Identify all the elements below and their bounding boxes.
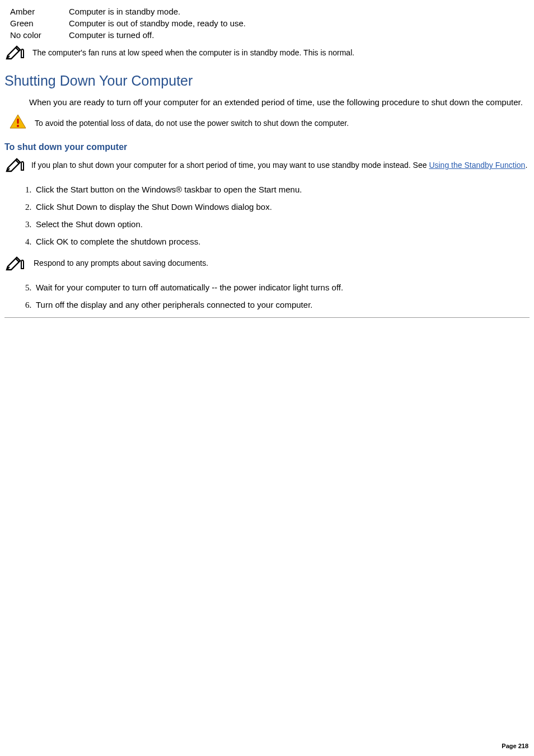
- pen-note-icon: [4, 156, 29, 176]
- step-item: Click OK to complete the shutdown proces…: [34, 237, 530, 246]
- step-item: Turn off the display and any other perip…: [34, 300, 530, 309]
- svg-rect-1: [17, 119, 19, 124]
- note-text: Respond to any prompts about saving docu…: [34, 259, 208, 267]
- step-item: Click the Start button on the Windows® t…: [34, 185, 530, 194]
- note-text: To avoid the potential loss of data, do …: [35, 119, 349, 128]
- heading-shutdown: Shutting Down Your Computer: [4, 73, 530, 89]
- note-text-pre: If you plan to shut down your computer f…: [31, 161, 429, 170]
- link-standby-function[interactable]: Using the Standby Function: [429, 161, 525, 170]
- note-text: The computer's fan runs at low speed whe…: [32, 48, 354, 57]
- warning-icon: [9, 114, 27, 132]
- status-label: Amber: [10, 6, 69, 17]
- status-desc: Computer is turned off.: [69, 29, 530, 41]
- warning-note: To avoid the potential loss of data, do …: [9, 114, 530, 132]
- note-standby: If you plan to shut down your computer f…: [4, 156, 530, 176]
- step-item: Click Shut Down to display the Shut Down…: [34, 202, 530, 212]
- status-row: Amber Computer is in standby mode.: [10, 6, 530, 17]
- status-row: No color Computer is turned off.: [10, 29, 530, 41]
- pen-note-icon: [4, 43, 29, 62]
- step-item: Select the Shut down option.: [34, 219, 530, 229]
- note-text-post: .: [525, 161, 527, 170]
- steps-list-cont: Wait for your computer to turn off autom…: [20, 283, 530, 309]
- status-row: Green Computer is out of standby mode, r…: [10, 17, 530, 29]
- note-fan: The computer's fan runs at low speed whe…: [4, 43, 530, 62]
- svg-point-2: [17, 125, 19, 127]
- status-table: Amber Computer is in standby mode. Green…: [10, 6, 530, 41]
- status-desc: Computer is in standby mode.: [69, 6, 530, 17]
- status-desc: Computer is out of standby mode, ready t…: [69, 17, 530, 29]
- step-item: Wait for your computer to turn off autom…: [34, 283, 530, 292]
- page-number: Page 218: [502, 743, 528, 749]
- pen-note-icon: [4, 254, 29, 273]
- note-respond: Respond to any prompts about saving docu…: [4, 254, 530, 273]
- heading-to-shutdown: To shut down your computer: [4, 142, 530, 152]
- para-shutdown-intro: When you are ready to turn off your comp…: [29, 97, 530, 108]
- status-label: Green: [10, 17, 69, 29]
- steps-list: Click the Start button on the Windows® t…: [20, 185, 530, 246]
- section-divider: [4, 317, 530, 318]
- status-label: No color: [10, 29, 69, 41]
